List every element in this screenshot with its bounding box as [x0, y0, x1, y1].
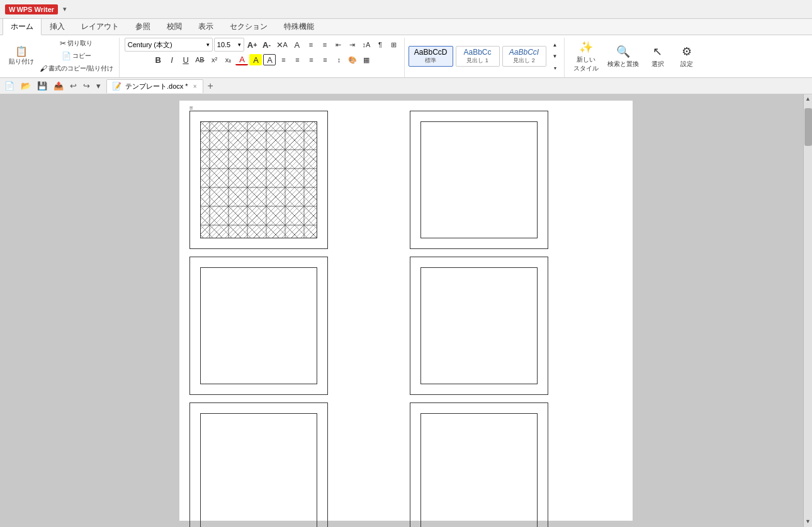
font-misc-button[interactable]: A	[291, 39, 303, 50]
new-doc-icon[interactable]: 📄	[3, 80, 16, 91]
underline-button[interactable]: U	[179, 54, 192, 65]
scrollbar-up[interactable]: ▲	[804, 94, 812, 103]
para-shading-button[interactable]: 🎨	[346, 54, 359, 65]
tab-home[interactable]: ホーム	[3, 18, 42, 35]
align-right-button[interactable]: ≡	[305, 54, 317, 65]
table-button[interactable]: ⊞	[388, 39, 400, 50]
wps-logo[interactable]: W WPS Writer	[5, 4, 58, 14]
format-copy-button[interactable]: 🖌 書式のコピー/貼り付け	[38, 63, 115, 74]
tab-insert[interactable]: 挿入	[42, 18, 73, 35]
scrollbar: ▲ ▼	[803, 94, 812, 527]
card-6-inner	[420, 413, 538, 527]
clipboard-top: 📋 貼り付け ✂ 切り取り 📄 コピー 🖌 書式のコピー/貼り付け	[6, 38, 115, 74]
align-left-button[interactable]: ≡	[277, 54, 290, 65]
tab-review[interactable]: 校閲	[159, 18, 190, 35]
copy-icon: 📄	[62, 52, 71, 60]
tab-view[interactable]: 表示	[190, 18, 222, 35]
save-doc-icon[interactable]: 💾	[35, 80, 49, 91]
font-name-dropdown-icon: ▾	[206, 42, 210, 48]
settings-button[interactable]: ⚙ 設定	[673, 43, 701, 70]
font-color-button[interactable]: A	[235, 54, 248, 65]
card-4	[410, 257, 548, 395]
style-standard[interactable]: AaBbCcD 標準	[409, 46, 453, 67]
para-marks-button[interactable]: ¶	[374, 39, 386, 50]
card-2-inner	[420, 121, 538, 238]
logo-text: WPS Writer	[16, 6, 54, 13]
style-standard-sample: AaBbCcD	[414, 48, 448, 57]
tab-special[interactable]: 特殊機能	[276, 18, 322, 35]
tab-bar-dropdown-icon[interactable]: ▾	[94, 80, 103, 91]
align-justify-button[interactable]: ≡	[319, 54, 331, 65]
doc-tab-name: テンプレート.docx *	[125, 82, 188, 91]
style-heading2-label: 見出し 2	[508, 57, 541, 65]
italic-button[interactable]: I	[166, 54, 178, 65]
styles-scroll-up[interactable]: ▲	[549, 39, 561, 50]
tab-references[interactable]: 参照	[127, 18, 159, 35]
tab-layout[interactable]: レイアウト	[73, 18, 127, 35]
document-area: ≡	[0, 94, 812, 527]
copy-button[interactable]: 📄 コピー	[38, 50, 115, 62]
select-label: 選択	[651, 60, 664, 69]
card-5-inner	[200, 413, 317, 527]
clear-format-button[interactable]: ✕A	[274, 39, 290, 50]
line-spacing-button[interactable]: ↕	[332, 54, 345, 65]
logo-w: W	[9, 6, 15, 13]
sort-button[interactable]: ↕A	[360, 39, 373, 50]
char-border-button[interactable]: A	[263, 54, 276, 65]
subscript-button[interactable]: x₂	[222, 54, 234, 65]
superscript-button[interactable]: x²	[208, 54, 220, 65]
style-heading2[interactable]: AaBbCcI 見出し 2	[502, 46, 546, 67]
page-indicator: ≡	[189, 104, 193, 111]
cut-button[interactable]: ✂ 切り取り	[38, 38, 115, 49]
card-3	[189, 257, 328, 395]
new-style-button[interactable]: ✨ 新しい スタイル	[570, 39, 602, 74]
document-tab[interactable]: 📝 テンプレート.docx * ×	[106, 79, 203, 93]
scrollbar-down[interactable]: ▼	[804, 517, 812, 526]
tab-add-button[interactable]: +	[203, 81, 217, 91]
list-button[interactable]: ≡	[305, 39, 317, 50]
borders-button[interactable]: ▦	[360, 54, 373, 65]
indent-increase-button[interactable]: ⇥	[346, 39, 359, 50]
search-replace-button[interactable]: 🔍 検索と置換	[604, 43, 643, 70]
ribbon-toolbar: 📋 貼り付け ✂ 切り取り 📄 コピー 🖌 書式のコピー/貼り付け	[0, 35, 812, 78]
styles-expand[interactable]: ▾	[549, 62, 561, 74]
strikethrough-button[interactable]: AB̶	[193, 54, 206, 65]
style-heading2-sample: AaBbCcI	[508, 48, 541, 57]
cut-label: 切り取り	[67, 39, 93, 48]
redo-icon[interactable]: ↪	[81, 80, 92, 91]
font-size-increase-button[interactable]: A+	[245, 39, 259, 50]
font-name-box[interactable]: Century (本文) ▾	[125, 38, 213, 52]
export-icon[interactable]: 📤	[52, 80, 65, 91]
title-dropdown[interactable]: ▾	[63, 5, 67, 13]
undo-icon[interactable]: ↩	[68, 80, 79, 91]
open-doc-icon[interactable]: 📂	[19, 80, 33, 91]
paste-icon: 📋	[15, 47, 28, 57]
align-center-button[interactable]: ≡	[291, 54, 303, 65]
scrollbar-thumb[interactable]	[804, 108, 812, 146]
card-1-inner	[200, 121, 317, 238]
card-5	[189, 402, 328, 527]
indent-decrease-button[interactable]: ⇤	[332, 39, 345, 50]
list2-button[interactable]: ≡	[319, 39, 331, 50]
paste-button[interactable]: 📋 貼り付け	[6, 45, 37, 67]
card-6	[410, 402, 548, 527]
font-size-value: 10.5	[217, 41, 230, 48]
style-heading1[interactable]: AaBbCc 見出し 1	[456, 46, 500, 67]
doc-tab-close[interactable]: ×	[192, 83, 198, 90]
card-1	[189, 111, 328, 249]
search-icon: 🔍	[616, 45, 630, 58]
card-4-inner	[420, 267, 538, 384]
select-button[interactable]: ↖ 選択	[644, 43, 672, 70]
select-icon: ↖	[653, 45, 662, 58]
search-replace-label: 検索と置換	[607, 60, 639, 69]
highlight-button[interactable]: A	[249, 54, 262, 65]
page-content: ≡	[179, 101, 633, 521]
font-size-box[interactable]: 10.5 ▾	[214, 38, 244, 52]
styles-scroll-down[interactable]: ▼	[549, 51, 561, 62]
svg-rect-27	[200, 121, 317, 238]
actions-section: ✨ 新しい スタイル 🔍 検索と置換 ↖ 選択 ⚙ 設定	[566, 38, 704, 77]
doc-tab-icon: 📝	[112, 82, 121, 91]
font-size-decrease-button[interactable]: A-	[261, 39, 273, 50]
tab-section[interactable]: セクション	[222, 18, 276, 35]
bold-button[interactable]: B	[152, 54, 164, 65]
